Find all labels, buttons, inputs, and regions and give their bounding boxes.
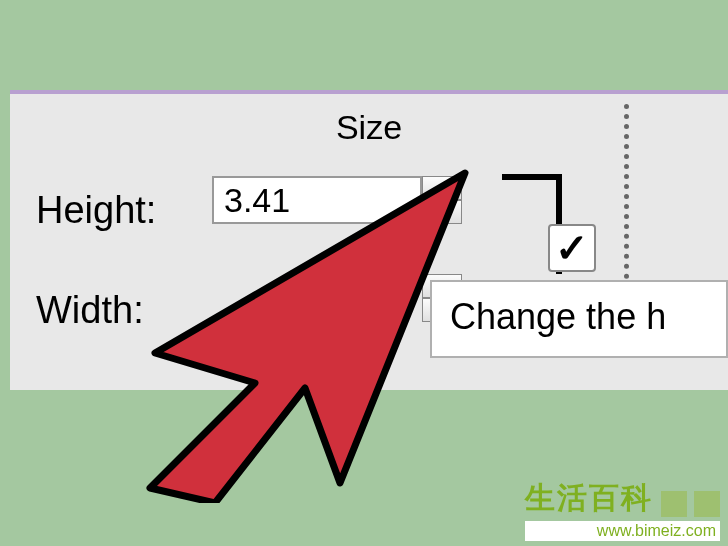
panel-title: Size bbox=[10, 108, 728, 147]
watermark-box-icon bbox=[661, 491, 687, 517]
chevron-up-icon bbox=[434, 183, 450, 193]
watermark-box-icon bbox=[694, 491, 720, 517]
chevron-down-icon bbox=[434, 207, 450, 217]
watermark-url: www.bimeiz.com bbox=[525, 521, 720, 541]
size-panel: Size Height: Width: ✓ Change the h bbox=[10, 90, 728, 390]
stepper-down-button[interactable] bbox=[422, 200, 462, 224]
checkmark-icon: ✓ bbox=[555, 228, 589, 268]
tooltip: Change the h bbox=[430, 280, 728, 358]
lock-aspect-checkbox[interactable]: ✓ bbox=[548, 224, 596, 272]
height-stepper[interactable] bbox=[422, 176, 462, 224]
watermark: 生活百科 www.bimeiz.com bbox=[525, 478, 720, 541]
stepper-up-button[interactable] bbox=[422, 176, 462, 200]
width-label: Width: bbox=[36, 289, 144, 332]
height-input[interactable] bbox=[212, 176, 422, 224]
divider bbox=[624, 104, 629, 289]
height-label: Height: bbox=[36, 189, 156, 232]
watermark-text: 生活百科 bbox=[525, 481, 653, 514]
